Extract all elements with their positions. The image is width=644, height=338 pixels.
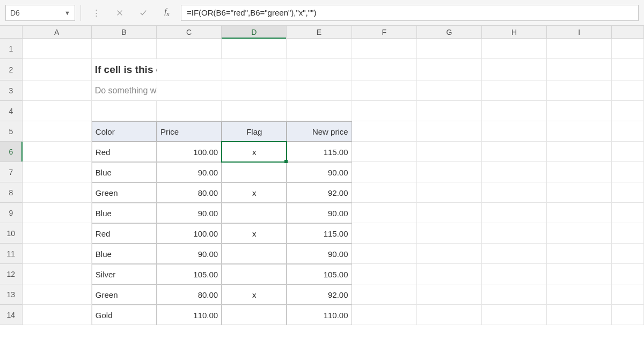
cell-F2[interactable] (352, 59, 417, 80)
cell-C12[interactable]: 105.00 (157, 264, 222, 284)
cell-H7[interactable] (482, 162, 547, 182)
cell-H10[interactable] (482, 223, 547, 244)
cell-C3[interactable] (157, 80, 222, 101)
cell-G11[interactable] (417, 244, 482, 264)
cell-G9[interactable] (417, 203, 482, 223)
col-header-F[interactable]: F (352, 26, 417, 39)
cell-J10[interactable] (612, 223, 644, 244)
cell-I9[interactable] (547, 203, 612, 223)
formula-input[interactable]: =IF(OR(B6="red",B6="green"),"x","") (181, 5, 639, 21)
cell-H5[interactable] (482, 121, 547, 142)
cell-J4[interactable] (612, 101, 644, 121)
cell-I7[interactable] (547, 162, 612, 182)
row-header-4[interactable]: 4 (0, 101, 23, 121)
cell-E11[interactable]: 90.00 (287, 244, 352, 264)
cell-F5[interactable] (352, 121, 417, 142)
cell-A7[interactable] (23, 162, 92, 182)
cell-C13[interactable]: 80.00 (157, 284, 222, 305)
fx-icon[interactable]: fx (157, 5, 177, 21)
cell-B10[interactable]: Red (92, 223, 157, 244)
row-header-5[interactable]: 5 (0, 121, 23, 142)
cell-F13[interactable] (352, 284, 417, 305)
cell-B7[interactable]: Blue (92, 162, 157, 182)
cell-C8[interactable]: 80.00 (157, 182, 222, 203)
cell-D12[interactable] (222, 264, 287, 284)
cell-J11[interactable] (612, 244, 644, 264)
cell-C2[interactable] (157, 59, 222, 80)
cell-E10[interactable]: 115.00 (287, 223, 352, 244)
cell-C4[interactable] (157, 101, 222, 121)
cell-E1[interactable] (287, 39, 352, 59)
cell-E7[interactable]: 90.00 (287, 162, 352, 182)
cell-B9[interactable]: Blue (92, 203, 157, 223)
cell-A4[interactable] (23, 101, 92, 121)
cell-F14[interactable] (352, 305, 417, 325)
col-header-C[interactable]: C (157, 26, 222, 39)
cell-C14[interactable]: 110.00 (157, 305, 222, 325)
cell-B8[interactable]: Green (92, 182, 157, 203)
cell-D3[interactable] (222, 80, 287, 101)
cell-J8[interactable] (612, 182, 644, 203)
cell-G1[interactable] (417, 39, 482, 59)
table-header-color[interactable]: Color (92, 121, 157, 142)
col-header-B[interactable]: B (92, 26, 157, 39)
row-header-13[interactable]: 13 (0, 284, 23, 305)
cell-B1[interactable] (92, 39, 157, 59)
cell-I4[interactable] (547, 101, 612, 121)
cell-I6[interactable] (547, 142, 612, 162)
cell-F1[interactable] (352, 39, 417, 59)
cell-I14[interactable] (547, 305, 612, 325)
confirm-formula-button[interactable] (134, 5, 153, 21)
cell-B12[interactable]: Silver (92, 264, 157, 284)
cell-J3[interactable] (612, 80, 644, 101)
cell-C7[interactable]: 90.00 (157, 162, 222, 182)
cell-F3[interactable] (352, 80, 417, 101)
vertical-dots-icon[interactable]: ⋮ (86, 5, 106, 21)
row-header-10[interactable]: 10 (0, 223, 23, 244)
cell-G5[interactable] (417, 121, 482, 142)
table-header-price[interactable]: Price (157, 121, 222, 142)
cell-G12[interactable] (417, 264, 482, 284)
cell-G13[interactable] (417, 284, 482, 305)
cell-H1[interactable] (482, 39, 547, 59)
cell-C9[interactable]: 90.00 (157, 203, 222, 223)
cell-G7[interactable] (417, 162, 482, 182)
cell-I8[interactable] (547, 182, 612, 203)
row-header-12[interactable]: 12 (0, 264, 23, 284)
cell-J7[interactable] (612, 162, 644, 182)
cell-H12[interactable] (482, 264, 547, 284)
cell-H8[interactable] (482, 182, 547, 203)
cell-F8[interactable] (352, 182, 417, 203)
cell-I11[interactable] (547, 244, 612, 264)
chevron-down-icon[interactable]: ▼ (64, 10, 70, 16)
cell-D1[interactable] (222, 39, 287, 59)
cell-J12[interactable] (612, 264, 644, 284)
cell-B13[interactable]: Green (92, 284, 157, 305)
row-header-11[interactable]: 11 (0, 244, 23, 264)
row-header-9[interactable]: 9 (0, 203, 23, 223)
cell-F12[interactable] (352, 264, 417, 284)
cell-J6[interactable] (612, 142, 644, 162)
cell-I12[interactable] (547, 264, 612, 284)
cell-H9[interactable] (482, 203, 547, 223)
cell-C6[interactable]: 100.00 (157, 142, 222, 162)
cell-D6[interactable]: x (222, 142, 287, 162)
row-header-8[interactable]: 8 (0, 182, 23, 203)
cell-I13[interactable] (547, 284, 612, 305)
page-subtitle[interactable]: Do something when a cell contains X or Y (92, 80, 157, 101)
cell-A9[interactable] (23, 203, 92, 223)
cell-E2[interactable] (287, 59, 352, 80)
cell-H14[interactable] (482, 305, 547, 325)
cancel-formula-button[interactable] (110, 5, 129, 21)
cell-B11[interactable]: Blue (92, 244, 157, 264)
cell-C1[interactable] (157, 39, 222, 59)
cell-D7[interactable] (222, 162, 287, 182)
cell-I3[interactable] (547, 80, 612, 101)
cell-E8[interactable]: 92.00 (287, 182, 352, 203)
cell-G3[interactable] (417, 80, 482, 101)
cell-D10[interactable]: x (222, 223, 287, 244)
col-header-extra[interactable] (612, 26, 644, 39)
cell-H6[interactable] (482, 142, 547, 162)
row-header-6[interactable]: 6 (0, 142, 23, 162)
cell-D11[interactable] (222, 244, 287, 264)
